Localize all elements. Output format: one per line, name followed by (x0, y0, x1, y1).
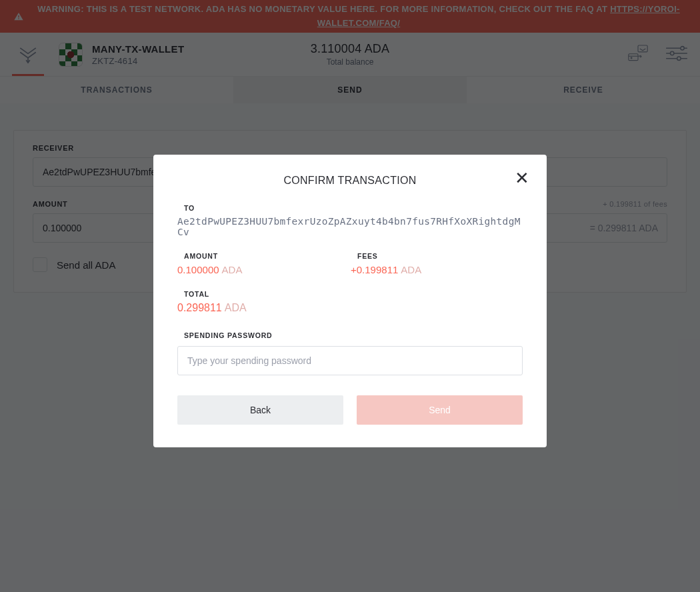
send-button[interactable]: Send (357, 395, 523, 425)
close-icon[interactable]: ✕ (515, 169, 529, 187)
modal-total-value: 0.299811ADA (177, 302, 523, 314)
spending-password-label: SPENDING PASSWORD (177, 331, 523, 339)
modal-overlay[interactable]: CONFIRM TRANSACTION ✕ TO Ae2tdPwUPEZ3HUU… (0, 0, 700, 592)
modal-amount-value: 0.100000ADA (177, 264, 311, 275)
modal-total-label: TOTAL (177, 290, 523, 298)
modal-title: CONFIRM TRANSACTION (177, 175, 523, 187)
confirm-transaction-modal: CONFIRM TRANSACTION ✕ TO Ae2tdPwUPEZ3HUU… (153, 155, 547, 447)
modal-fees-label: FEES (351, 252, 484, 260)
modal-fees-value: +0.199811ADA (351, 264, 484, 275)
back-button[interactable]: Back (177, 395, 343, 425)
modal-amount-label: AMOUNT (177, 252, 311, 260)
to-label: TO (177, 204, 523, 212)
spending-password-input[interactable] (177, 346, 523, 375)
to-address: Ae2tdPwUPEZ3HUU7bmfexrUzoZpAZxuyt4b4bn7f… (177, 216, 523, 237)
